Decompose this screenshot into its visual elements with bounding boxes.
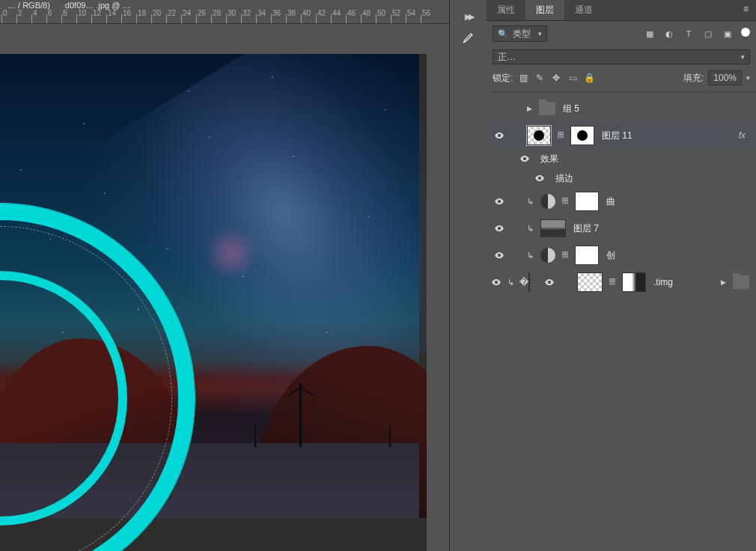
ruler-label: 14 bbox=[108, 9, 116, 17]
doc-tab-1[interactable]: … / RGB/8) bbox=[7, 1, 50, 10]
ruler-label: 40 bbox=[302, 9, 311, 17]
visibility-toggle[interactable] bbox=[491, 223, 507, 234]
filter-shape-icon[interactable]: ▢ bbox=[702, 28, 714, 40]
chevron-down-icon[interactable]: ▾ bbox=[746, 74, 750, 82]
canvas-viewport[interactable] bbox=[0, 54, 427, 551]
filter-pixel-icon[interactable]: ▦ bbox=[644, 28, 656, 40]
lock-label: 锁定: bbox=[493, 72, 513, 85]
brush-tool-icon[interactable] bbox=[458, 27, 479, 48]
ruler-label: 26 bbox=[198, 9, 206, 17]
layer-effect-stroke[interactable]: 描边 bbox=[487, 168, 756, 188]
layer-name[interactable]: 曲 bbox=[606, 195, 615, 208]
mask-thumb[interactable] bbox=[575, 192, 599, 211]
filter-kind-label: 类型 bbox=[513, 28, 531, 40]
visibility-toggle[interactable] bbox=[491, 130, 507, 141]
layer-name[interactable]: 组 5 bbox=[563, 103, 579, 115]
ruler-label: 2 bbox=[18, 9, 22, 17]
visibility-toggle[interactable] bbox=[516, 153, 533, 164]
effects-label: 效果 bbox=[540, 153, 558, 165]
disclose-icon[interactable]: ▶ bbox=[721, 278, 730, 286]
filter-kind-select[interactable]: 🔍 类型 ▾ bbox=[493, 25, 547, 42]
ruler-label: 38 bbox=[287, 9, 296, 17]
folder-icon bbox=[539, 102, 555, 115]
fill-value[interactable]: 100% bbox=[708, 70, 742, 85]
link-icon: 𝄜 bbox=[558, 248, 572, 263]
lock-row: 锁定: ▨ ✎ ✥ ▭ 🔒 填充: 100% ▾ bbox=[487, 67, 756, 92]
layer-name[interactable]: 创 bbox=[606, 249, 615, 262]
layer-curve-1[interactable]: ↳ 𝄜 曲 bbox=[487, 188, 756, 215]
layer-group5[interactable]: ▶ 组 5 bbox=[487, 95, 756, 122]
mask-thumb[interactable] bbox=[575, 246, 599, 265]
layer-thumb[interactable] bbox=[540, 219, 566, 237]
lock-paint-icon[interactable]: ✎ bbox=[534, 73, 546, 83]
canvas[interactable] bbox=[0, 54, 419, 518]
ruler-label: 16 bbox=[123, 9, 131, 17]
chevron-down-icon: ▾ bbox=[538, 30, 542, 37]
chevron-down-icon: ▾ bbox=[741, 53, 745, 61]
layer-effects[interactable]: 效果 bbox=[487, 149, 756, 168]
clip-indicator-icon: ↳ bbox=[527, 197, 537, 207]
fill-label: 填充: bbox=[683, 72, 704, 85]
expand-panel-icon[interactable]: ▶▶ bbox=[458, 6, 479, 27]
ruler-label: 6 bbox=[48, 9, 52, 17]
tab-layers[interactable]: 图层 bbox=[525, 0, 564, 20]
layer-name[interactable]: 图层 7 bbox=[573, 222, 599, 235]
layer-create-2[interactable]: ↳ � 创 𝄜 .timg ▶ 组 4 ▶ 组 1 拷贝 bbox=[487, 269, 756, 296]
ruler-label: 24 bbox=[183, 9, 191, 17]
collapsed-tool-strip: ▶▶ bbox=[449, 0, 487, 551]
layers-list: ▶ 组 5 𝄜 图层 11 fx 效果 描边 ↳ 𝄜 bbox=[487, 92, 756, 299]
clip-indicator-icon: ↳ bbox=[507, 278, 514, 287]
panel-menu-icon[interactable]: ≡ bbox=[736, 0, 756, 20]
blend-mode-select[interactable]: 正… ▾ bbox=[493, 49, 750, 64]
filter-toggle-icon[interactable] bbox=[741, 28, 750, 37]
ruler-label: 4 bbox=[33, 9, 37, 17]
lock-all-icon[interactable]: 🔒 bbox=[583, 73, 595, 83]
adjustment-thumb[interactable] bbox=[540, 194, 555, 209]
ruler-label: 54 bbox=[407, 9, 415, 17]
layer-thumb[interactable] bbox=[527, 126, 551, 145]
ruler-label: 44 bbox=[332, 9, 341, 17]
tab-attributes[interactable]: 属性 bbox=[487, 0, 525, 20]
adjustment-thumb[interactable] bbox=[540, 248, 555, 263]
clip-indicator-icon: ↳ bbox=[527, 224, 537, 234]
ruler-label: 12 bbox=[93, 9, 101, 17]
right-panel: 属性 图层 通道 ≡ 🔍 类型 ▾ ▦ ◐ T ▢ ▣ 正… ▾ 锁定: ▨ ✎… bbox=[487, 0, 756, 551]
ruler-label: 56 bbox=[422, 9, 430, 17]
visibility-toggle[interactable] bbox=[491, 196, 507, 207]
filter-smart-icon[interactable]: ▣ bbox=[722, 28, 734, 40]
mask-thumb[interactable] bbox=[570, 126, 594, 145]
mask-thumb[interactable] bbox=[528, 273, 530, 292]
ruler-label: 20 bbox=[153, 9, 161, 17]
layer-name[interactable]: 图层 11 bbox=[602, 130, 632, 142]
search-icon: 🔍 bbox=[498, 29, 508, 39]
ruler-label: 10 bbox=[78, 9, 86, 17]
visibility-toggle[interactable] bbox=[531, 173, 548, 183]
layer-layer11[interactable]: 𝄜 图层 11 fx bbox=[487, 122, 756, 149]
disclose-icon[interactable]: ▶ bbox=[527, 105, 536, 112]
tab-channels[interactable]: 通道 bbox=[564, 0, 603, 20]
layer-name[interactable]: .timg bbox=[653, 277, 673, 287]
visibility-toggle[interactable] bbox=[541, 277, 558, 287]
layer-create-1[interactable]: ↳ 𝄜 创 bbox=[487, 242, 756, 269]
link-icon: 𝄜 bbox=[606, 275, 619, 290]
lock-icons: ▨ ✎ ✥ ▭ 🔒 bbox=[517, 73, 595, 83]
visibility-toggle[interactable] bbox=[491, 277, 502, 287]
filter-adjust-icon[interactable]: ◐ bbox=[663, 28, 675, 40]
ruler-label: 0 bbox=[3, 9, 7, 17]
filter-type-icon[interactable]: T bbox=[683, 28, 695, 40]
layer-timg[interactable]: 𝄜 .timg bbox=[537, 269, 677, 296]
layer-filter-row: 🔍 类型 ▾ ▦ ◐ T ▢ ▣ bbox=[487, 21, 756, 46]
tree-2 bbox=[254, 424, 256, 447]
layer-layer7[interactable]: ↳ 图层 7 bbox=[487, 215, 756, 242]
layer-group4[interactable]: ▶ 组 4 bbox=[680, 269, 756, 296]
lock-artboard-icon[interactable]: ▭ bbox=[567, 73, 579, 83]
layer-thumb[interactable] bbox=[577, 273, 603, 292]
effect-name: 描边 bbox=[555, 172, 573, 185]
panel-tabs: 属性 图层 通道 ≡ bbox=[487, 0, 756, 21]
fx-badge[interactable]: fx bbox=[739, 130, 752, 141]
lock-move-icon[interactable]: ✥ bbox=[550, 73, 562, 83]
lock-transparency-icon[interactable]: ▨ bbox=[517, 73, 529, 83]
mask-thumb[interactable] bbox=[622, 273, 646, 292]
visibility-toggle[interactable] bbox=[491, 250, 507, 261]
tree-3 bbox=[389, 426, 391, 447]
